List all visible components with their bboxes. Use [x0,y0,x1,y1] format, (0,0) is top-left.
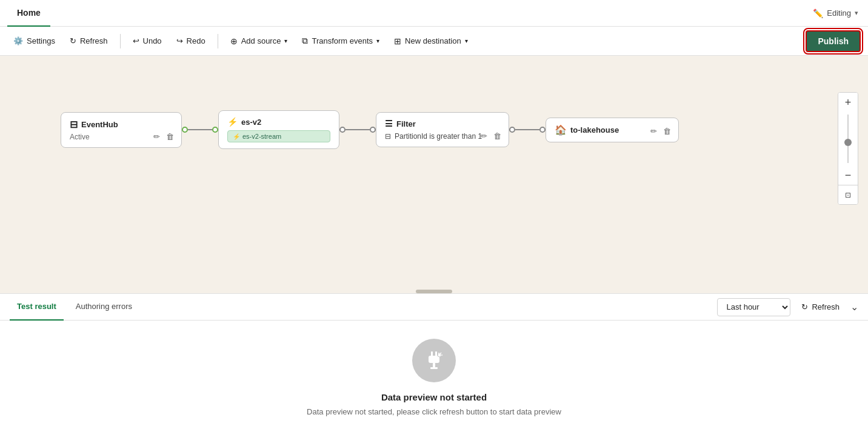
refresh-icon: ↻ [70,36,76,45]
eventhub-delete-button[interactable]: 🗑 [165,131,175,142]
filter-actions: ✏ 🗑 [479,130,502,142]
zoom-controls: + − ⊡ [838,92,858,205]
dot-out-1 [182,127,188,133]
dot-in-2 [212,127,218,133]
undo-button[interactable]: ↩ Undo [127,33,168,49]
empty-title: Data preview not started [381,392,487,402]
tab-test-result[interactable]: Test result [10,294,64,321]
filter-delete-button[interactable]: 🗑 [492,130,502,142]
connector-2 [339,127,376,133]
pipeline-canvas[interactable]: ⊟ EventHub Active ✏ 🗑 ⚡ es-v2 ⚡ es-v2-st… [0,56,868,293]
line-1 [188,129,212,130]
transform-icon-node: ⚡ [227,117,238,127]
destination-icon: ⊞ [394,36,401,46]
svg-rect-2 [429,356,439,363]
empty-state: Data preview not started Data preview no… [0,321,868,429]
filter-node[interactable]: ☰ Filter ⊟ PartitionId is greater than 1… [376,112,509,147]
destination-actions: ✏ 🗑 [649,125,672,137]
empty-icon [412,339,456,382]
canvas-divider [416,290,452,293]
line-2 [346,129,370,130]
expand-panel-button[interactable]: ⌄ [850,301,858,313]
chevron-down-icon: ▾ [855,9,858,17]
transform-node-title: ⚡ es-v2 [227,117,330,127]
refresh-button[interactable]: ↻ Refresh [64,33,114,49]
eventhub-node-title: ⊟ EventHub [70,119,173,130]
redo-button[interactable]: ↪ Redo [170,33,212,49]
line-3 [515,129,539,130]
editing-label: Editing [827,8,851,18]
eventhub-node[interactable]: ⊟ EventHub Active ✏ 🗑 [61,112,182,148]
editing-badge[interactable]: ✏️ Editing ▾ [803,0,868,27]
zoom-fit-button[interactable]: ⊡ [838,185,858,204]
filter-node-title: ☰ Filter [385,119,500,128]
separator-2 [218,34,218,48]
pipeline-flow: ⊟ EventHub Active ✏ 🗑 ⚡ es-v2 ⚡ es-v2-st… [61,110,679,149]
settings-icon: ⚙️ [13,36,23,45]
svg-rect-3 [433,363,435,368]
zoom-in-button[interactable]: + [838,93,858,112]
redo-icon: ↪ [176,36,183,45]
dot-out-2 [339,127,346,133]
publish-button[interactable]: Publish [806,30,861,52]
zoom-out-button[interactable]: − [838,165,858,185]
stream-tag: ⚡ es-v2-stream [227,130,330,142]
stream-icon: ⚡ [233,133,240,140]
nav-tab-home[interactable]: Home [7,0,50,27]
chevron-down-icon-3: ▾ [465,38,468,44]
add-source-button[interactable]: ⊕ Add source ▾ [224,33,294,50]
add-source-icon: ⊕ [230,36,238,46]
eventhub-edit-button[interactable]: ✏ [152,131,161,142]
svg-line-7 [440,353,441,354]
table-icon: ⊟ [385,132,391,141]
data-preview-icon [422,349,446,372]
destination-edit-button[interactable]: ✏ [649,125,658,137]
connector-1 [182,127,218,133]
transform-node[interactable]: ⚡ es-v2 ⚡ es-v2-stream [218,110,339,149]
svg-rect-4 [430,367,438,369]
dot-out-3 [509,127,515,133]
destination-delete-button[interactable]: 🗑 [662,125,672,137]
chevron-down-icon-2: ▾ [376,38,379,44]
bottom-tab-actions: Last hour Last 24 hours Last 7 days ↻ Re… [717,298,858,316]
dot-in-4 [539,127,546,133]
zoom-slider[interactable] [847,115,849,163]
transform-icon: ⧉ [302,36,308,46]
lakehouse-icon: 🏠 [555,124,567,136]
eventhub-actions: ✏ 🗑 [152,131,175,142]
empty-subtitle: Data preview not started, please click r… [307,407,561,416]
filter-icon: ☰ [385,119,393,128]
zoom-thumb [844,139,852,146]
undo-icon: ↩ [133,36,139,45]
filter-edit-button[interactable]: ✏ [479,130,489,142]
chevron-down-icon: ▾ [284,38,287,44]
bottom-refresh-button[interactable]: ↻ Refresh [795,300,846,314]
refresh-icon-bottom: ↻ [801,302,808,311]
pencil-icon: ✏️ [813,8,823,18]
eventhub-icon: ⊟ [70,119,78,130]
bottom-tabs-bar: Test result Authoring errors Last hour L… [0,294,868,321]
tab-authoring-errors[interactable]: Authoring errors [68,294,139,321]
nav-bar: Home [0,0,868,27]
connector-3 [509,127,546,133]
transform-events-button[interactable]: ⧉ Transform events ▾ [296,32,386,50]
svg-rect-0 [431,351,433,356]
time-filter-select[interactable]: Last hour Last 24 hours Last 7 days [717,298,790,316]
new-destination-button[interactable]: ⊞ New destination ▾ [388,33,474,50]
bottom-panel: Test result Authoring errors Last hour L… [0,293,868,429]
svg-rect-1 [435,351,437,356]
settings-button[interactable]: ⚙️ Settings [7,33,61,49]
toolbar: ⚙️ Settings ↻ Refresh ↩ Undo ↪ Redo ⊕ Ad… [0,27,868,56]
dot-in-3 [370,127,376,133]
destination-node[interactable]: 🏠 to-lakehouse ✏ 🗑 [546,118,679,142]
separator-1 [120,34,121,48]
